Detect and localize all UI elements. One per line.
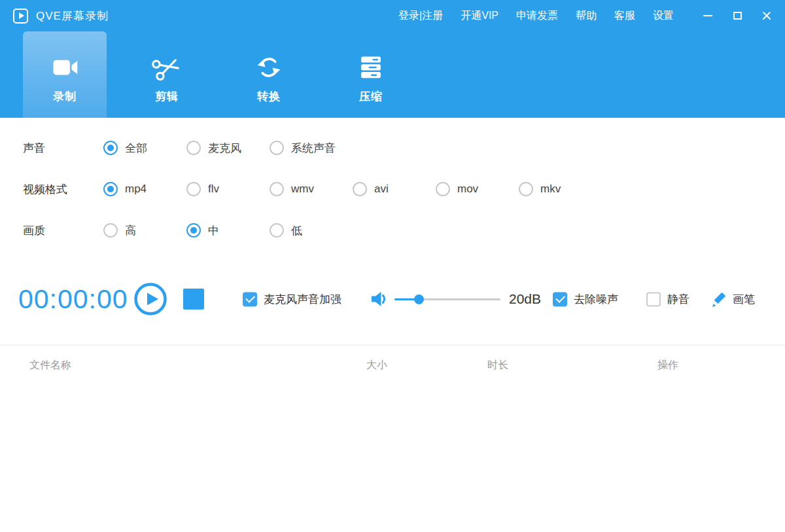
tabbar: 录制 剪辑 [23,31,413,118]
checkbox-icon[interactable] [646,292,661,306]
menu-invoice[interactable]: 申请发票 [516,9,558,23]
tab-edit[interactable]: 剪辑 [125,31,209,118]
tab-record-label: 录制 [53,89,77,104]
radio-icon[interactable] [270,141,284,155]
denoise-toggle[interactable]: 去除噪声 [553,292,618,307]
radio-icon[interactable] [436,182,450,196]
col-duration: 时长 [487,359,508,372]
col-filename: 文件名称 [29,359,71,372]
pencil-icon [710,291,727,308]
scissors-icon [151,52,183,82]
row-quality: 画质 高 中 低 [0,216,785,245]
radio-sound-mic[interactable]: 麦克风 [186,141,270,156]
radio-icon[interactable] [103,223,118,238]
speaker-icon [369,289,390,310]
tab-compress[interactable]: 压缩 [329,31,413,118]
play-button[interactable] [133,282,167,316]
radio-icon[interactable] [519,182,533,196]
radio-format-avi[interactable]: avi [353,182,436,196]
radio-sound-all[interactable]: 全部 [103,141,186,156]
app-title: QVE屏幕录制 [36,9,109,24]
convert-arrows-icon [253,52,285,82]
radio-icon[interactable] [270,182,284,196]
radio-format-flv[interactable]: flv [186,182,270,196]
window-controls [703,10,772,21]
radio-sound-system[interactable]: 系统声音 [270,141,353,156]
titlebar: QVE屏幕录制 登录|注册 开通VIP 申请发票 帮助 客服 设置 [0,0,785,31]
radio-icon[interactable] [103,141,118,155]
radio-quality-medium[interactable]: 中 [186,223,270,238]
close-button[interactable] [761,10,772,21]
radio-icon[interactable] [186,223,201,238]
checkbox-icon[interactable] [553,292,567,306]
header: QVE屏幕录制 登录|注册 开通VIP 申请发票 帮助 客服 设置 [0,0,785,118]
radio-format-mov[interactable]: mov [436,182,519,196]
tab-record[interactable]: 录制 [23,31,107,118]
brush-button[interactable]: 画笔 [710,291,755,308]
col-action: 操作 [657,359,678,372]
compress-stack-icon [355,52,387,82]
menu-settings[interactable]: 设置 [653,9,674,23]
row-format-label: 视频格式 [23,182,98,197]
col-size: 大小 [366,359,387,372]
mic-boost-toggle[interactable]: 麦克风声音加强 [243,292,341,307]
radio-icon[interactable] [186,182,201,196]
video-camera-icon [49,52,80,82]
record-controls: 00:00:00 麦克风声音加强 20dB 去除噪声 [0,274,785,325]
volume-slider[interactable] [394,293,500,306]
radio-format-mkv[interactable]: mkv [519,182,602,196]
radio-format-mp4[interactable]: mp4 [103,182,186,196]
row-video-format: 视频格式 mp4 flv wmv avi mov [0,175,785,204]
radio-icon[interactable] [270,223,284,238]
app-logo-icon [13,9,28,24]
tab-convert-label: 转换 [257,89,281,104]
menu-help[interactable]: 帮助 [576,9,597,23]
radio-icon[interactable] [353,182,367,196]
volume-value: 20dB [509,291,541,307]
stop-button[interactable] [183,289,204,310]
tab-edit-label: 剪辑 [155,89,179,104]
slider-thumb[interactable] [414,294,424,304]
minimize-icon [703,15,712,16]
minimize-button[interactable] [703,10,713,21]
row-sound: 声音 全部 麦克风 系统声音 [0,133,785,162]
tab-convert[interactable]: 转换 [227,31,311,118]
row-sound-label: 声音 [23,141,98,156]
file-list-empty [0,380,785,532]
radio-quality-low[interactable]: 低 [270,223,353,238]
maximize-button[interactable] [732,10,742,21]
menu-vip[interactable]: 开通VIP [461,9,498,23]
titlebar-menu: 登录|注册 开通VIP 申请发票 帮助 客服 设置 [398,9,674,23]
maximize-icon [733,12,742,20]
file-table-header: 文件名称 大小 时长 操作 [0,353,785,377]
radio-format-wmv[interactable]: wmv [270,182,353,196]
radio-quality-high[interactable]: 高 [103,223,186,238]
row-quality-label: 画质 [23,223,98,238]
tab-compress-label: 压缩 [359,89,383,104]
checkbox-icon[interactable] [243,292,257,306]
menu-support[interactable]: 客服 [614,9,635,23]
record-timer: 00:00:00 [18,284,128,315]
radio-icon[interactable] [103,182,118,196]
mute-toggle[interactable]: 静音 [646,292,689,307]
menu-login-register[interactable]: 登录|注册 [398,9,443,23]
table-divider [0,345,785,346]
app-window: QVE屏幕录制 登录|注册 开通VIP 申请发票 帮助 客服 设置 [0,0,785,532]
radio-icon[interactable] [186,141,201,155]
